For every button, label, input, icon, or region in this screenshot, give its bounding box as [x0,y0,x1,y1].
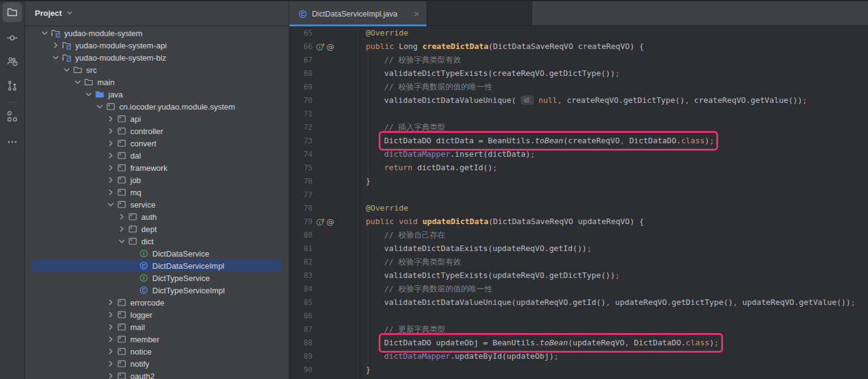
tree-item-dal[interactable]: dal [25,149,289,162]
tree-item-mq[interactable]: mq [25,186,289,198]
code-line-70[interactable]: 70validateDictDataValueUnique( id: null,… [289,94,868,107]
tree-item-oauth2[interactable]: oauth2 [25,370,289,379]
tree-item-auth[interactable]: auth [25,211,289,223]
chevron-right-icon[interactable] [106,334,116,344]
tree-item-notify[interactable]: notify [25,358,289,370]
code-line-71[interactable]: 71 [289,107,868,121]
code-line-69[interactable]: 69// 校验字典数据的值的唯一性 [289,80,868,94]
line-number: 79 [289,215,313,228]
code-line-65[interactable]: 65@Override [289,26,868,40]
tree-item-yudao-module-system[interactable]: yudao-module-system [25,27,289,39]
chevron-right-icon[interactable] [51,40,61,50]
chevron-down-icon[interactable] [51,53,61,62]
code-line-84[interactable]: 84// 校验字典数据的值的唯一性 [289,282,868,296]
editor-tab[interactable]: C DictDataServiceImpl.java [289,1,426,26]
tree-item-yudao-module-system-api[interactable]: yudao-module-system-api [25,39,289,51]
implements-gutter-icon[interactable]: I [316,42,325,51]
code-line-82[interactable]: 82// 校验字典类型有效 [289,255,868,269]
code-line-66[interactable]: 66I@public Long createDictData(DictDataS… [289,40,868,53]
code-line-73[interactable]: 73DictDataDO dictData = BeanUtils.toBean… [289,134,868,148]
tree-item-java[interactable]: java [25,88,289,100]
annotation-gutter-icon[interactable]: @ [325,217,335,227]
code-line-68[interactable]: 68validateDictTypeExists(createReqVO.get… [289,67,868,80]
tree-item-logger[interactable]: logger [25,309,289,321]
chevron-right-icon[interactable] [106,371,116,379]
chevron-right-icon[interactable] [106,163,116,173]
tree-item-framework[interactable]: framework [25,162,289,174]
chevron-down-icon[interactable] [65,9,74,17]
code-line-80[interactable]: 80// 校验自己存在 [289,228,868,242]
tree-item-api[interactable]: api [25,113,289,125]
tree-item-dictdataserviceimpl[interactable]: CDictDataServiceImpl [25,260,289,272]
chevron-down-icon[interactable] [106,200,116,209]
code-line-79[interactable]: 79I@public void updateDictData(DictDataS… [289,215,868,228]
chevron-right-icon[interactable] [106,187,116,197]
tree-item-controller[interactable]: controller [25,125,289,137]
chevron-right-icon[interactable] [106,126,116,136]
collab-help-tool-button[interactable]: ? [4,53,21,70]
line-number: 69 [289,80,313,94]
tree-item-convert[interactable]: convert [25,137,289,149]
code-text: // 校验字典类型有效 [384,53,461,67]
code-line-88[interactable]: 88DictDataDO updateObj = BeanUtils.toBea… [289,336,868,350]
project-tool-button[interactable] [2,2,22,22]
code-line-85[interactable]: 85validateDictDataValueUnique(updateReqV… [289,296,868,309]
tree-item-service[interactable]: service [25,198,289,211]
tree-item-label: notice [130,347,152,356]
chevron-down-icon[interactable] [84,89,94,99]
chevron-down-icon[interactable] [117,236,127,246]
chevron-right-icon[interactable] [106,310,116,320]
chevron-right-icon[interactable] [106,175,116,185]
code-line-76[interactable]: 76} [289,174,868,188]
chevron-right-icon[interactable] [106,359,116,369]
code-line-83[interactable]: 83validateDictTypeExists(updateReqVO.get… [289,269,868,282]
chevron-right-icon[interactable] [106,138,116,148]
code-line-90[interactable]: 90} [289,363,868,377]
commit-tool-button[interactable] [4,29,21,47]
chevron-down-icon[interactable] [73,77,83,87]
chevron-right-icon[interactable] [106,114,116,124]
tree-item-errorcode[interactable]: errorcode [25,296,289,309]
tree-item-dept[interactable]: dept [25,223,289,235]
chevron-down-icon[interactable] [40,28,50,38]
tree-item-dictdataservice[interactable]: IDictDataService [25,247,289,260]
chevron-down-icon[interactable] [62,65,72,75]
tree-item-src[interactable]: src [25,64,289,76]
tree-item-main[interactable]: main [25,76,289,88]
close-icon[interactable] [412,9,421,19]
chevron-right-icon[interactable] [117,224,127,234]
tree-item-yudao-module-system-biz[interactable]: yudao-module-system-biz [25,51,289,64]
structure-tool-button[interactable] [4,108,21,125]
implements-gutter-icon[interactable]: I [316,217,325,227]
chevron-right-icon[interactable] [106,322,116,332]
tree-item-dict[interactable]: dict [25,235,289,247]
pull-requests-tool-button[interactable] [4,77,21,94]
annotation-gutter-icon[interactable]: @ [325,42,335,51]
code-editor[interactable]: 65@Override66I@public Long createDictDat… [289,26,868,379]
project-panel-header[interactable]: Project [25,0,289,26]
chevron-right-icon[interactable] [106,151,116,160]
chevron-right-icon[interactable] [117,212,127,222]
tree-item-job[interactable]: job [25,174,289,186]
tree-item-mail[interactable]: mail [25,321,289,333]
code-line-67[interactable]: 67// 校验字典类型有效 [289,53,868,67]
tree-item-cn-iocoder-yudao-module-system[interactable]: cn.iocoder.yudao.module.system [25,100,289,113]
chevron-down-icon[interactable] [95,102,105,111]
code-line-81[interactable]: 81validateDictDataExists(updateReqVO.get… [289,242,868,255]
tree-item-member[interactable]: member [25,333,289,345]
code-line-75[interactable]: 75return dictData.getId(); [289,161,868,174]
code-line-86[interactable]: 86 [289,309,868,323]
chevron-right-icon[interactable] [106,347,116,356]
code-line-77[interactable]: 77 [289,188,868,201]
chevron-right-icon[interactable] [106,298,116,307]
code-line-72[interactable]: 72// 插入字典类型 [289,121,868,134]
tree-item-dicttypeserviceimpl[interactable]: CDictTypeServiceImpl [25,284,289,296]
code-line-78[interactable]: 78@Override [289,201,868,215]
tree-item-notice[interactable]: notice [25,345,289,358]
code-line-74[interactable]: 74dictDataMapper.insert(dictData); [289,148,868,161]
more-tools-button[interactable] [4,133,21,151]
code-line-89[interactable]: 89dictDataMapper.updateById(updateObj); [289,350,868,363]
tree-item-dicttypeservice[interactable]: IDictTypeService [25,272,289,284]
code-text: DictDataDO updateObj = BeanUtils.toBean(… [384,336,719,350]
code-line-87[interactable]: 87// 更新字典类型 [289,323,868,336]
